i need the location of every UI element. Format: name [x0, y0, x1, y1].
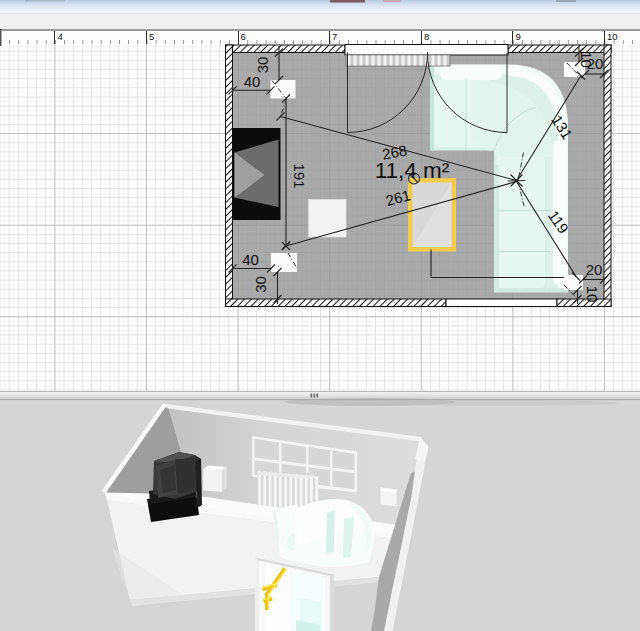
svg-text:11,4 m²: 11,4 m²	[375, 158, 450, 183]
svg-text:20: 20	[586, 261, 603, 278]
svg-text:40: 40	[244, 73, 261, 90]
svg-text:10: 10	[578, 51, 595, 68]
svg-text:30: 30	[254, 57, 271, 74]
svg-text:10: 10	[584, 286, 601, 303]
svg-text:30: 30	[252, 276, 269, 293]
svg-text:40: 40	[242, 251, 259, 268]
svg-text:191: 191	[291, 163, 308, 188]
